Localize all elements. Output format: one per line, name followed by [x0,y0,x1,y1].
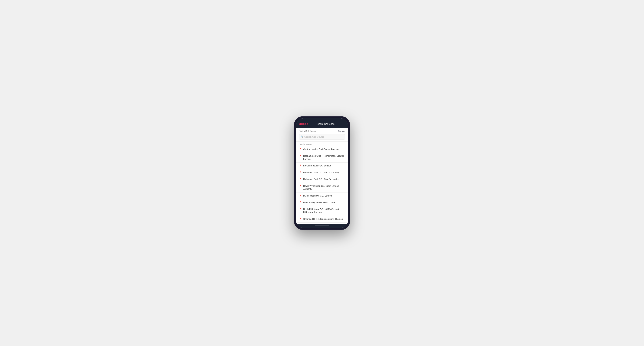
app-logo: clippd [299,122,308,126]
list-item[interactable]: 📍 Richmond Park GC - Prince's, Surrey [296,170,348,176]
find-header: Find a Golf Course Cancel [296,128,348,134]
course-name: North Middlesex GC (1011942 - North Midd… [303,208,345,214]
home-indicator [296,224,348,228]
phone-screen: clippd Recent Searches Find a Golf Cours… [296,118,348,228]
pin-icon: 📍 [299,201,302,204]
find-label: Find a Golf Course [299,130,316,132]
list-item[interactable]: 📍 London Scottish GC, London [296,163,348,170]
nearby-label: Nearby courses [296,142,348,146]
search-icon: 🔍 [301,136,304,138]
hamburger-line-3 [342,125,345,125]
pin-icon: 📍 [299,178,302,180]
list-item[interactable]: 📍 North Middlesex GC (1011942 - North Mi… [296,206,348,216]
list-item[interactable]: 📍 Central London Golf Centre, London [296,146,348,153]
course-name: Royal Wimbledon GC, Great London Authori… [303,185,345,191]
pin-icon: 📍 [299,194,302,197]
phone-device: clippd Recent Searches Find a Golf Cours… [294,116,350,230]
hamburger-line-2 [342,124,345,124]
list-item[interactable]: 📍 Coombe Hill GC, Kingston upon Thames [296,216,348,223]
list-item[interactable]: 📍 Dukes Meadows GC, London [296,193,348,199]
list-item[interactable]: 📍 Roehampton Club - Roehampton, Greater … [296,153,348,163]
pin-icon: 📍 [299,218,302,220]
course-name: Roehampton Club - Roehampton, Greater Lo… [303,155,345,161]
search-input[interactable] [299,134,345,140]
list-item[interactable]: 📍 Brent Valley Municipal GC, London [296,199,348,206]
pin-icon: 📍 [299,185,302,187]
pin-icon: 📍 [299,155,302,157]
status-bar [296,118,348,121]
menu-icon[interactable] [342,123,345,125]
course-name: Coombe Hill GC, Kingston upon Thames [303,218,343,221]
course-name: Richmond Park GC - Duke's, London [303,178,339,181]
home-bar [315,225,329,226]
course-name: London Scottish GC, London [303,164,332,168]
course-name: Richmond Park GC - Prince's, Surrey [303,171,340,174]
hamburger-line-1 [342,123,345,123]
course-name: Dukes Meadows GC, London [303,194,332,197]
header-title: Recent Searches [316,123,334,125]
app-header: clippd Recent Searches [296,121,348,128]
course-name: Central London Golf Centre, London [303,148,339,151]
cancel-button[interactable]: Cancel [338,130,345,133]
search-area: Find a Golf Course Cancel 🔍 [296,128,348,142]
search-wrapper: 🔍 [299,134,345,140]
list-item[interactable]: 📍 Royal Wimbledon GC, Great London Autho… [296,183,348,193]
pin-icon: 📍 [299,171,302,174]
pin-icon: 📍 [299,148,302,151]
pin-icon: 📍 [299,208,302,210]
nearby-section: Nearby courses 📍 Central London Golf Cen… [296,142,348,224]
course-name: Brent Valley Municipal GC, London [303,201,337,204]
list-item[interactable]: 📍 Richmond Park GC - Duke's, London [296,176,348,183]
pin-icon: 📍 [299,165,302,167]
